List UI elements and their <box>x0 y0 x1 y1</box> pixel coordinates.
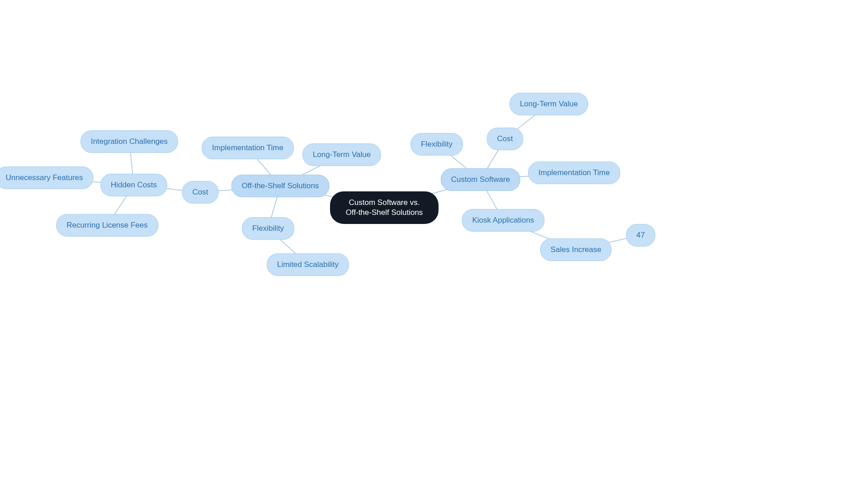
node-kiosk[interactable]: Kiosk Applications <box>462 209 544 232</box>
node-cs_flex[interactable]: Flexibility <box>410 133 463 156</box>
node-cs_ltv[interactable]: Long-Term Value <box>509 93 588 115</box>
node-root[interactable]: Custom Software vs.Off-the-Shelf Solutio… <box>330 191 439 224</box>
node-offshelf[interactable]: Off-the-Shelf Solutions <box>231 175 330 197</box>
node-ots_impl[interactable]: Implementation Time <box>202 137 294 159</box>
node-custom[interactable]: Custom Software <box>441 168 520 191</box>
node-cs_impl[interactable]: Implementation Time <box>528 162 620 184</box>
node-hidden[interactable]: Hidden Costs <box>100 174 167 196</box>
node-integ[interactable]: Integration Challenges <box>80 130 178 153</box>
node-recfee[interactable]: Recurring License Fees <box>56 214 158 237</box>
node-ots_ltv[interactable]: Long-Term Value <box>302 143 381 166</box>
node-ots_flex[interactable]: Flexibility <box>242 217 294 240</box>
edge-layer <box>0 0 868 490</box>
node-n47[interactable]: 47 <box>626 224 656 247</box>
node-ots_scale[interactable]: Limited Scalability <box>267 253 349 276</box>
node-cs_cost[interactable]: Cost <box>487 128 524 150</box>
node-sales[interactable]: Sales Increase <box>540 238 612 261</box>
mindmap-canvas: Custom Software vs.Off-the-Shelf Solutio… <box>0 0 868 490</box>
node-ots_cost[interactable]: Cost <box>182 181 219 204</box>
node-unfeat[interactable]: Unnecessary Features <box>0 167 94 189</box>
